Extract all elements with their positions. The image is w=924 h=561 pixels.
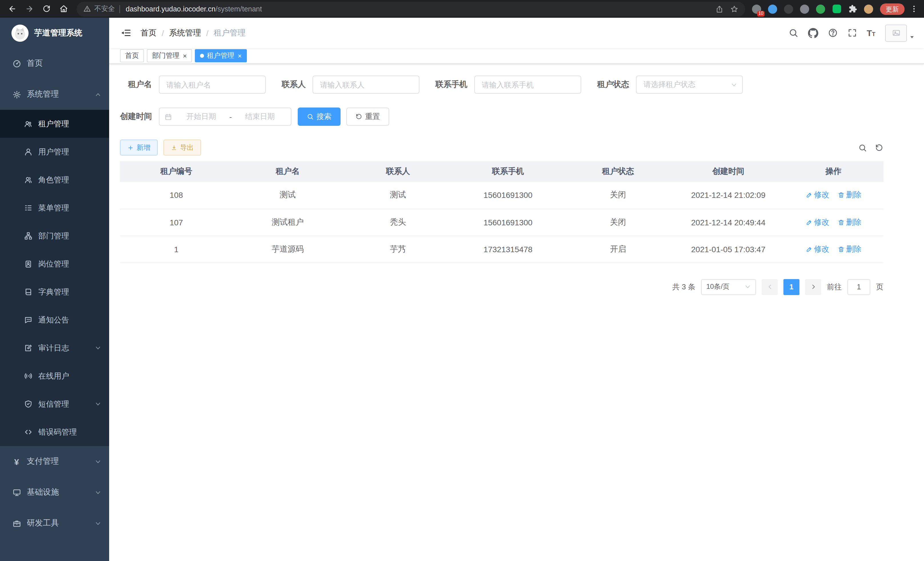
sidebar-collapse-icon[interactable] [115,27,137,38]
reload-icon[interactable] [39,2,54,16]
address-bar[interactable]: 不安全 dashboard.yudao.iocoder.cn /system/t… [76,2,745,16]
calendar-icon [165,113,172,120]
search-icon[interactable] [788,28,798,38]
sidebar-item-label: 通知公告 [38,315,69,325]
filter-contact: 联系人 [282,75,419,94]
sidebar-item-label: 首页 [27,58,43,69]
tab-tenant[interactable]: 租户管理× [195,49,247,62]
cell-phone: 17321315478 [453,236,563,262]
reset-button[interactable]: 重置 [346,108,389,126]
row-delete-link[interactable]: 删除 [837,190,861,200]
ext-green-icon[interactable] [815,4,826,14]
next-page-button[interactable] [805,279,821,295]
toggle-search-icon[interactable] [858,143,867,152]
browser-window: 不安全 dashboard.yudao.iocoder.cn /system/t… [0,0,924,561]
font-size-icon[interactable]: TT [867,29,875,37]
tab-dept[interactable]: 部门管理× [147,49,192,62]
sidebar-item-dept[interactable]: 部门管理 [0,222,109,250]
delete-icon [837,192,844,199]
ext-blue-icon[interactable] [767,4,778,14]
sidebar-item-infra[interactable]: 基础设施 [0,477,109,508]
topbar: 首页/系统管理/租户管理 TT [109,18,924,48]
sidebar-item-notice[interactable]: 通知公告 [0,306,109,334]
status-select[interactable]: 请选择租户状态 [636,75,743,94]
row-edit-link[interactable]: 修改 [806,217,830,227]
reset-button-label: 重置 [365,111,380,122]
close-icon[interactable]: × [183,52,187,59]
export-button[interactable]: 导出 [164,140,201,156]
sidebar-item-system[interactable]: 系统管理 [0,79,109,110]
bookmark-star-icon[interactable] [730,5,738,13]
sidebar-item-tools[interactable]: 研发工具 [0,508,109,539]
ext-green-square-icon[interactable] [831,4,842,14]
table-row: 108测试测试15601691300关闭2021-12-14 21:02:09修… [120,182,884,209]
share-icon[interactable] [716,5,723,13]
table-row: 107测试租户秃头15601691300关闭2021-12-14 20:49:4… [120,209,884,236]
logo-avatar [11,24,28,41]
row-delete-link[interactable]: 删除 [837,244,861,254]
help-icon[interactable] [828,28,837,38]
contact-input[interactable] [313,75,419,94]
sidebar-item-post[interactable]: 岗位管理 [0,250,109,278]
sidebar-item-role[interactable]: 角色管理 [0,166,109,194]
logo-row[interactable]: 芋道管理系统 [0,18,109,48]
browser-update-button[interactable]: 更新 [880,3,904,15]
chevron-down-icon[interactable] [909,34,915,40]
extensions-area: 10 [748,4,877,14]
ext-badged-icon[interactable]: 10 [752,4,762,14]
cell-phone: 15601691300 [453,209,563,236]
row-edit-link[interactable]: 修改 [806,190,830,200]
row-edit-link[interactable]: 修改 [806,244,830,254]
fullscreen-icon[interactable] [847,28,857,38]
back-icon[interactable] [4,2,20,16]
sidebar-item-audit-log[interactable]: 审计日志 [0,334,109,362]
ext-avatar-icon[interactable] [863,4,874,14]
sidebar-item-tenant[interactable]: 租户管理 [0,110,109,138]
tenant-icon [23,120,33,128]
forward-icon[interactable] [22,2,37,16]
prev-page-button[interactable] [762,279,778,295]
tenant-name-input[interactable] [159,75,266,94]
page-number-button[interactable]: 1 [783,279,800,295]
sidebar-item-error-code[interactable]: 错误码管理 [0,418,109,446]
browser-chrome: 不安全 dashboard.yudao.iocoder.cn /system/t… [0,0,924,18]
ext-dark-icon[interactable] [783,4,794,14]
phone-input[interactable] [474,75,581,94]
sidebar-item-menu[interactable]: 菜单管理 [0,194,109,222]
sidebar-item-dict[interactable]: 字典管理 [0,278,109,306]
filter-create-time: 创建时间 开始日期 - 结束日期 [120,108,291,126]
breadcrumb-item[interactable]: 系统管理 [169,28,201,38]
sidebar-item-label: 错误码管理 [38,427,77,437]
sidebar-item-pay[interactable]: ¥支付管理 [0,446,109,477]
home-icon[interactable] [56,2,71,16]
sidebar-item-label: 字典管理 [38,287,69,297]
goto-page-input[interactable] [848,279,870,295]
add-button[interactable]: 新增 [120,140,158,156]
date-range-picker[interactable]: 开始日期 - 结束日期 [159,108,291,126]
tab-home[interactable]: 首页 [120,49,144,62]
search-button[interactable]: 搜索 [298,108,340,126]
sidebar-item-user[interactable]: 用户管理 [0,138,109,166]
ext-puzzle-icon[interactable] [848,4,858,14]
ext-gray-icon[interactable] [800,4,810,14]
refresh-table-icon[interactable] [875,143,884,152]
chevron-down-icon [95,458,101,465]
github-icon[interactable] [808,28,818,38]
security-label[interactable]: 不安全 [94,4,115,14]
sidebar-item-home[interactable]: 首页 [0,48,109,79]
browser-menu-icon[interactable] [908,5,920,13]
breadcrumb-item[interactable]: 首页 [141,28,157,38]
export-button-label: 导出 [180,143,194,152]
ext-avatar-shape [864,4,873,14]
cell-created-time: 2021-01-05 17:03:47 [673,236,783,262]
page-size-select[interactable]: 10条/页 [701,279,756,295]
toolbar-right [850,143,884,152]
close-icon[interactable]: × [238,52,242,59]
user-avatar[interactable] [885,24,907,41]
row-delete-link[interactable]: 删除 [837,217,861,227]
ext-gray-shape [800,4,809,14]
sidebar-item-online-user[interactable]: 在线用户 [0,362,109,390]
tenant-table: 租户编号租户名联系人联系手机租户状态创建时间操作 108测试测试15601691… [120,161,884,263]
sidebar-item-sms[interactable]: 短信管理 [0,390,109,418]
edit-icon [806,246,812,253]
